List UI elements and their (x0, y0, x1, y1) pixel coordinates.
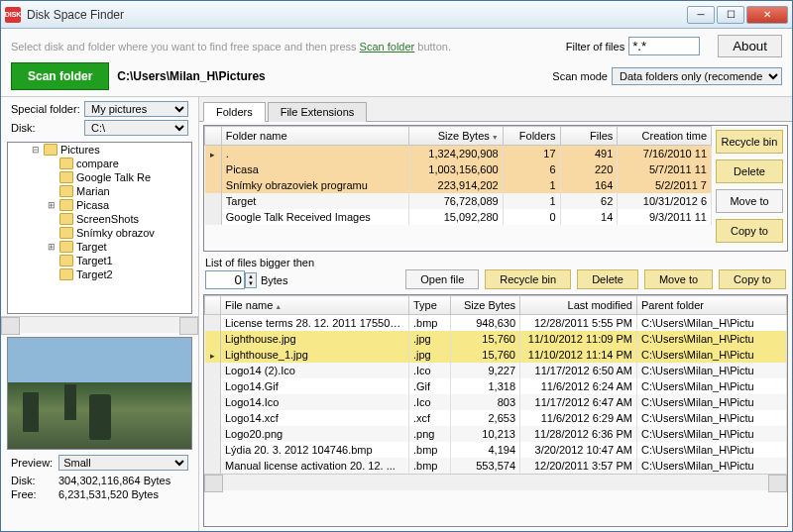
col-type[interactable]: Type (409, 296, 451, 315)
cell-mtime: 3/20/2012 10:47 AM (520, 442, 637, 458)
row-marker (205, 363, 221, 378)
bigger-than-input[interactable] (205, 270, 245, 289)
filter-area: Filter of files (566, 37, 700, 55)
cell-files: 220 (560, 161, 618, 177)
table-row[interactable]: Lighthouse_1.jpg.jpg15,76011/10/2012 11:… (205, 347, 787, 363)
cell-size: 223,914,202 (409, 177, 504, 193)
cell-file-name: Logo14.Gif (221, 378, 409, 394)
expand-icon[interactable]: ⊞ (46, 242, 57, 252)
col-parent-folder[interactable]: Parent folder (637, 296, 787, 315)
tree-scrollbar[interactable] (1, 316, 198, 333)
cell-parent: C:\Users\Milan_H\Pictu (637, 315, 787, 332)
cell-folders: 0 (503, 209, 560, 225)
col-size-bytes[interactable]: Size Bytes▼ (409, 127, 504, 146)
scan-folder-button[interactable]: Scan folder (11, 62, 109, 90)
preview-size-select[interactable]: Small (58, 455, 188, 471)
recycle-bin-file-button[interactable]: Recycle bin (485, 269, 571, 289)
filter-input[interactable] (628, 37, 700, 55)
table-row[interactable]: Snímky obrazoviek programu223,914,202116… (205, 177, 712, 193)
expand-icon[interactable]: ⊞ (46, 200, 57, 210)
table-row[interactable]: Target76,728,08916210/31/2012 6 (205, 193, 712, 209)
cell-files: 62 (560, 193, 618, 209)
tab-folders[interactable]: Folders (203, 102, 266, 122)
table-row[interactable]: Logo20.png.png10,21311/28/2012 6:36 PMC:… (205, 426, 787, 442)
copy-to-folder-button[interactable]: Copy to (716, 219, 783, 243)
folders-grid-container: Folder name Size Bytes▼ Folders Files Cr… (203, 125, 788, 252)
maximize-button[interactable]: ☐ (717, 6, 744, 24)
tree-item-label: compare (76, 158, 119, 169)
files-scrollbar[interactable] (204, 474, 787, 490)
open-file-file-button[interactable]: Open file (405, 269, 479, 289)
tab-file-extensions[interactable]: File Extensions (268, 102, 368, 122)
table-row[interactable]: .1,324,290,908174917/16/2010 11 (205, 146, 712, 162)
cell-parent: C:\Users\Milan_H\Pictu (637, 394, 787, 410)
tree-item[interactable]: compare (8, 157, 191, 170)
move-to-file-button[interactable]: Move to (644, 269, 713, 289)
col-folders[interactable]: Folders (503, 127, 560, 146)
row-marker (205, 458, 221, 474)
folder-icon (59, 213, 73, 225)
table-row[interactable]: Logo14.xcf.xcf2,65311/6/2012 6:29 AMC:\U… (205, 410, 787, 426)
special-folder-select[interactable]: My pictures (84, 101, 188, 117)
folder-tree[interactable]: ⊟PicturescompareGoogle Talk ReMarian⊞Pic… (7, 142, 192, 314)
table-row[interactable]: Picasa1,003,156,60062205/7/2011 11 (205, 161, 712, 177)
tree-item[interactable]: ⊞Target (8, 240, 191, 254)
folders-grid-body[interactable]: Folder name Size Bytes▼ Folders Files Cr… (204, 126, 712, 251)
close-button[interactable]: ✕ (746, 6, 788, 24)
col-file-name[interactable]: File name▲ (221, 296, 409, 315)
move-to-folder-button[interactable]: Move to (716, 189, 783, 213)
col-last-modified[interactable]: Last modified (520, 296, 637, 315)
minimize-button[interactable]: ─ (687, 6, 715, 24)
tree-item[interactable]: ⊞Picasa (8, 198, 191, 212)
delete-file-button[interactable]: Delete (577, 269, 638, 289)
cell-size: 553,574 (451, 458, 520, 474)
table-row[interactable]: Lýdia 20. 3. 2012 104746.bmp.bmp4,1943/2… (205, 442, 787, 458)
cell-file-name: Manual license activation 20. 12. ... (221, 458, 409, 474)
spin-up-icon[interactable]: ▲ (246, 273, 256, 280)
folder-icon (59, 227, 73, 239)
cell-size: 4,194 (451, 442, 520, 458)
col-file-size[interactable]: Size Bytes (451, 296, 520, 315)
tree-item[interactable]: Target1 (8, 254, 191, 267)
col-files[interactable]: Files (560, 127, 618, 146)
table-row[interactable]: Lighthouse.jpg.jpg15,76011/10/2012 11:09… (205, 331, 787, 347)
spin-down-icon[interactable]: ▼ (246, 280, 256, 287)
tree-item[interactable]: ⊟Pictures (8, 143, 191, 157)
recycle-bin-folder-button[interactable]: Recycle bin (716, 130, 783, 154)
tree-item[interactable]: Target2 (8, 267, 191, 281)
row-marker (205, 442, 221, 458)
tree-item[interactable]: Marian (8, 184, 191, 198)
cell-folder-name: Google Talk Received Images (221, 209, 408, 225)
cell-type: .Gif (409, 378, 451, 394)
cell-type: .xcf (409, 410, 451, 426)
table-row[interactable]: Logo14.Ico.Ico80311/17/2012 6:47 AMC:\Us… (205, 394, 787, 410)
cell-ctime: 9/3/2011 11 (618, 209, 712, 225)
files-grid-body[interactable]: File name▲ Type Size Bytes Last modified… (204, 295, 787, 526)
expand-icon[interactable]: ⊟ (30, 145, 41, 155)
delete-folder-button[interactable]: Delete (716, 160, 783, 183)
tree-item[interactable]: Google Talk Re (8, 170, 191, 184)
row-marker (205, 315, 221, 332)
row-marker (205, 161, 222, 177)
scan-mode-select[interactable]: Data folders only (recomended) (612, 67, 782, 85)
col-folder-name[interactable]: Folder name (221, 127, 408, 146)
titlebar[interactable]: DISK Disk Space Finder ─ ☐ ✕ (1, 1, 792, 29)
instruction-text: Select disk and folder where you want to… (11, 41, 451, 53)
cell-folder-name: . (221, 146, 408, 162)
about-button[interactable]: About (718, 35, 782, 57)
table-row[interactable]: Manual license activation 20. 12. ....bm… (205, 458, 787, 474)
copy-to-file-button[interactable]: Copy to (719, 269, 786, 289)
table-row[interactable]: License terms 28. 12. 2011 175502.bmp.bm… (205, 315, 787, 332)
instruction-link[interactable]: Scan folder (360, 41, 415, 53)
col-creation-time[interactable]: Creation time (618, 127, 712, 146)
tree-item[interactable]: ScreenShots (8, 212, 191, 226)
table-row[interactable]: Logo14 (2).Ico.Ico9,22711/17/2012 6:50 A… (205, 363, 787, 378)
cell-size: 803 (451, 394, 520, 410)
table-row[interactable]: Logo14.Gif.Gif1,31811/6/2012 6:24 AMC:\U… (205, 378, 787, 394)
disk-select[interactable]: C:\ (84, 120, 188, 136)
folder-icon (59, 185, 73, 197)
table-row[interactable]: Google Talk Received Images15,092,280014… (205, 209, 712, 225)
row-marker (205, 394, 221, 410)
tree-item-label: ScreenShots (76, 213, 139, 225)
tree-item[interactable]: Snímky obrazov (8, 226, 191, 240)
